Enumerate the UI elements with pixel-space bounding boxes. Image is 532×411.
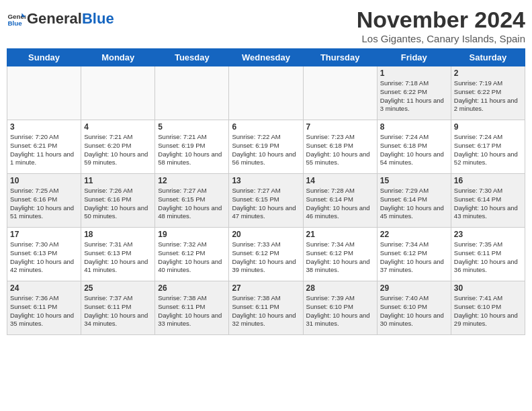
day-number: 18 [84, 230, 152, 239]
day-info: Sunrise: 7:34 AM Sunset: 6:12 PM Dayligh… [306, 240, 374, 275]
calendar-day-cell: 11Sunrise: 7:26 AM Sunset: 6:16 PM Dayli… [81, 174, 155, 228]
day-info: Sunrise: 7:37 AM Sunset: 6:11 PM Dayligh… [84, 294, 152, 328]
day-info: Sunrise: 7:24 AM Sunset: 6:18 PM Dayligh… [380, 133, 448, 167]
calendar-day-cell: 21Sunrise: 7:34 AM Sunset: 6:12 PM Dayli… [303, 228, 377, 281]
day-number: 16 [454, 176, 522, 185]
calendar-day-cell: 18Sunrise: 7:31 AM Sunset: 6:13 PM Dayli… [81, 228, 155, 281]
day-info: Sunrise: 7:23 AM Sunset: 6:18 PM Dayligh… [306, 133, 374, 167]
day-number: 3 [10, 122, 78, 132]
calendar-day-cell [303, 66, 377, 120]
day-info: Sunrise: 7:35 AM Sunset: 6:11 PM Dayligh… [454, 240, 522, 275]
calendar-day-cell: 27Sunrise: 7:38 AM Sunset: 6:11 PM Dayli… [229, 281, 303, 335]
calendar-day-cell: 6Sunrise: 7:22 AM Sunset: 6:19 PM Daylig… [229, 120, 303, 174]
day-number: 11 [84, 176, 152, 185]
calendar-day-cell: 20Sunrise: 7:33 AM Sunset: 6:12 PM Dayli… [229, 228, 303, 281]
day-number: 19 [158, 230, 226, 239]
day-number: 14 [306, 176, 374, 185]
day-number: 28 [306, 283, 374, 293]
calendar-day-cell: 3Sunrise: 7:20 AM Sunset: 6:21 PM Daylig… [7, 120, 81, 174]
day-number: 17 [10, 230, 78, 239]
calendar-week-row: 17Sunrise: 7:30 AM Sunset: 6:13 PM Dayli… [7, 228, 525, 281]
calendar-day-cell: 26Sunrise: 7:38 AM Sunset: 6:11 PM Dayli… [155, 281, 229, 335]
day-info: Sunrise: 7:19 AM Sunset: 6:22 PM Dayligh… [454, 79, 522, 113]
day-number: 4 [84, 122, 152, 132]
header: General Blue GeneralBlue November 2024 L… [7, 7, 525, 44]
day-info: Sunrise: 7:27 AM Sunset: 6:15 PM Dayligh… [158, 187, 226, 221]
day-number: 13 [232, 176, 300, 185]
day-info: Sunrise: 7:22 AM Sunset: 6:19 PM Dayligh… [232, 133, 300, 167]
day-number: 2 [454, 68, 522, 78]
logo: General Blue GeneralBlue [7, 9, 114, 28]
day-info: Sunrise: 7:34 AM Sunset: 6:12 PM Dayligh… [380, 240, 448, 275]
day-number: 20 [232, 230, 300, 239]
title-block: November 2024 Los Gigantes, Canary Islan… [357, 7, 525, 44]
calendar-day-cell: 13Sunrise: 7:27 AM Sunset: 6:15 PM Dayli… [229, 174, 303, 228]
day-number: 29 [380, 283, 448, 293]
calendar-day-cell: 22Sunrise: 7:34 AM Sunset: 6:12 PM Dayli… [377, 228, 451, 281]
calendar-body: 1Sunrise: 7:18 AM Sunset: 6:22 PM Daylig… [7, 66, 525, 335]
day-info: Sunrise: 7:33 AM Sunset: 6:12 PM Dayligh… [232, 240, 300, 275]
day-number: 1 [380, 68, 448, 78]
calendar-day-cell: 9Sunrise: 7:24 AM Sunset: 6:17 PM Daylig… [451, 120, 525, 174]
calendar-day-cell: 25Sunrise: 7:37 AM Sunset: 6:11 PM Dayli… [81, 281, 155, 335]
calendar-day-cell [229, 66, 303, 120]
day-info: Sunrise: 7:30 AM Sunset: 6:13 PM Dayligh… [10, 240, 78, 275]
day-info: Sunrise: 7:26 AM Sunset: 6:16 PM Dayligh… [84, 187, 152, 221]
calendar-day-cell: 4Sunrise: 7:21 AM Sunset: 6:20 PM Daylig… [81, 120, 155, 174]
calendar-day-cell: 5Sunrise: 7:21 AM Sunset: 6:19 PM Daylig… [155, 120, 229, 174]
svg-text:Blue: Blue [7, 19, 22, 27]
day-number: 24 [10, 283, 78, 293]
calendar-day-cell: 23Sunrise: 7:35 AM Sunset: 6:11 PM Dayli… [451, 228, 525, 281]
logo-general: GeneralBlue [27, 11, 114, 27]
day-number: 15 [380, 176, 448, 185]
calendar-week-row: 24Sunrise: 7:36 AM Sunset: 6:11 PM Dayli… [7, 281, 525, 335]
calendar-day-cell: 16Sunrise: 7:30 AM Sunset: 6:14 PM Dayli… [451, 174, 525, 228]
day-number: 10 [10, 176, 78, 185]
day-info: Sunrise: 7:27 AM Sunset: 6:15 PM Dayligh… [232, 187, 300, 221]
day-info: Sunrise: 7:36 AM Sunset: 6:11 PM Dayligh… [10, 294, 78, 328]
calendar-day-cell: 29Sunrise: 7:40 AM Sunset: 6:10 PM Dayli… [377, 281, 451, 335]
calendar-day-cell: 19Sunrise: 7:32 AM Sunset: 6:12 PM Dayli… [155, 228, 229, 281]
calendar-table: SundayMondayTuesdayWednesdayThursdayFrid… [7, 48, 525, 335]
calendar-header: SundayMondayTuesdayWednesdayThursdayFrid… [7, 49, 525, 66]
day-info: Sunrise: 7:20 AM Sunset: 6:21 PM Dayligh… [10, 133, 78, 167]
day-number: 22 [380, 230, 448, 239]
calendar-day-cell [81, 66, 155, 120]
day-of-week-header: Wednesday [229, 49, 303, 66]
calendar-day-cell [7, 66, 81, 120]
day-info: Sunrise: 7:39 AM Sunset: 6:10 PM Dayligh… [306, 294, 374, 328]
day-number: 7 [306, 122, 374, 132]
day-of-week-header: Sunday [7, 49, 81, 66]
day-of-week-header: Monday [81, 49, 155, 66]
day-info: Sunrise: 7:21 AM Sunset: 6:19 PM Dayligh… [158, 133, 226, 167]
day-number: 12 [158, 176, 226, 185]
calendar-header-row: SundayMondayTuesdayWednesdayThursdayFrid… [7, 49, 525, 66]
day-info: Sunrise: 7:21 AM Sunset: 6:20 PM Dayligh… [84, 133, 152, 167]
day-number: 21 [306, 230, 374, 239]
calendar-day-cell: 8Sunrise: 7:24 AM Sunset: 6:18 PM Daylig… [377, 120, 451, 174]
day-info: Sunrise: 7:38 AM Sunset: 6:11 PM Dayligh… [158, 294, 226, 328]
calendar-day-cell: 17Sunrise: 7:30 AM Sunset: 6:13 PM Dayli… [7, 228, 81, 281]
day-number: 25 [84, 283, 152, 293]
day-info: Sunrise: 7:18 AM Sunset: 6:22 PM Dayligh… [380, 79, 448, 113]
day-number: 26 [158, 283, 226, 293]
day-number: 8 [380, 122, 448, 132]
day-of-week-header: Saturday [451, 49, 525, 66]
calendar-day-cell: 28Sunrise: 7:39 AM Sunset: 6:10 PM Dayli… [303, 281, 377, 335]
location-title: Los Gigantes, Canary Islands, Spain [357, 33, 525, 44]
logo-icon: General Blue [7, 9, 26, 28]
calendar-day-cell [155, 66, 229, 120]
day-info: Sunrise: 7:38 AM Sunset: 6:11 PM Dayligh… [232, 294, 300, 328]
calendar-week-row: 10Sunrise: 7:25 AM Sunset: 6:16 PM Dayli… [7, 174, 525, 228]
day-number: 5 [158, 122, 226, 132]
month-title: November 2024 [357, 7, 525, 33]
day-number: 30 [454, 283, 522, 293]
day-number: 6 [232, 122, 300, 132]
day-number: 9 [454, 122, 522, 132]
day-info: Sunrise: 7:31 AM Sunset: 6:13 PM Dayligh… [84, 240, 152, 275]
day-info: Sunrise: 7:24 AM Sunset: 6:17 PM Dayligh… [454, 133, 522, 167]
calendar-day-cell: 30Sunrise: 7:41 AM Sunset: 6:10 PM Dayli… [451, 281, 525, 335]
calendar-day-cell: 15Sunrise: 7:29 AM Sunset: 6:14 PM Dayli… [377, 174, 451, 228]
day-info: Sunrise: 7:32 AM Sunset: 6:12 PM Dayligh… [158, 240, 226, 275]
day-number: 23 [454, 230, 522, 239]
